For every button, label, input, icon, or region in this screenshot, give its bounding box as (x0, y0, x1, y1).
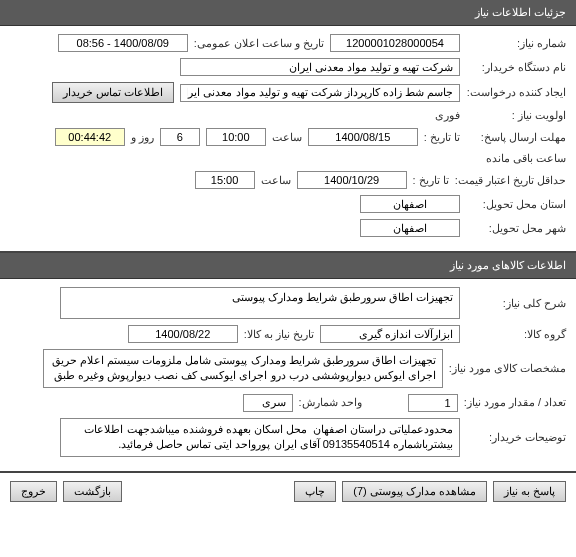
response-deadline-label: مهلت ارسال پاسخ: (466, 131, 566, 144)
need-date-label: تاریخ نیاز به کالا: (244, 328, 314, 341)
buyer-org-field[interactable] (180, 58, 460, 76)
group-field[interactable] (320, 325, 460, 343)
goods-header-title: اطلاعات کالاهای مورد نیاز (450, 259, 566, 271)
goods-info-section: شرح کلی نیاز: گروه کالا: تاریخ نیاز به ک… (0, 279, 576, 473)
to-date-label: تا تاریخ : (424, 131, 460, 144)
need-date-field[interactable] (128, 325, 238, 343)
min-validity-time-field[interactable] (195, 171, 255, 189)
response-date-field[interactable] (308, 128, 418, 146)
desc-field[interactable] (60, 287, 460, 319)
buyer-notes-field[interactable] (60, 418, 460, 457)
min-validity-date-field[interactable] (297, 171, 407, 189)
contact-buyer-button[interactable]: اطلاعات تماس خریدار (52, 82, 174, 103)
panel-header-need-details: جزئیات اطلاعات نیاز (0, 0, 576, 26)
qty-field[interactable] (408, 394, 458, 412)
panel-header-goods-info: اطلاعات کالاهای مورد نیاز (0, 253, 576, 279)
exit-button[interactable]: خروج (10, 481, 57, 502)
need-number-label: شماره نیاز: (466, 37, 566, 50)
header-title: جزئیات اطلاعات نیاز (475, 6, 566, 18)
time-label-1: ساعت (272, 131, 302, 144)
province-label: استان محل تحویل: (466, 198, 566, 211)
button-bar: پاسخ به نیاز مشاهده مدارک پیوستی (7) چاپ… (0, 473, 576, 510)
unit-label: واحد شمارش: (299, 396, 362, 409)
city-field[interactable] (360, 219, 460, 237)
time-label-2: ساعت (261, 174, 291, 187)
unit-field[interactable] (243, 394, 293, 412)
creator-label: ایجاد کننده درخواست: (466, 86, 566, 99)
priority-label: اولویت نیاز : (466, 109, 566, 122)
qty-label: تعداد / مقدار مورد نياز: (464, 396, 566, 409)
days-label: روز و (131, 131, 154, 144)
creator-field[interactable] (180, 84, 460, 102)
min-validity-label: حداقل تاریخ اعتبار قیمت: (455, 174, 566, 187)
spec-label: مشخصات کالای مورد نیاز: (449, 362, 566, 375)
days-remaining-field[interactable] (160, 128, 200, 146)
desc-label: شرح کلی نیاز: (466, 297, 566, 310)
response-time-field[interactable] (206, 128, 266, 146)
respond-button[interactable]: پاسخ به نیاز (493, 481, 566, 502)
countdown-field (55, 128, 125, 146)
province-field[interactable] (360, 195, 460, 213)
attachments-button[interactable]: مشاهده مدارک پیوستی (7) (342, 481, 487, 502)
spec-field[interactable] (43, 349, 443, 388)
buyer-org-label: نام دستگاه خریدار: (466, 61, 566, 74)
city-label: شهر محل تحویل: (466, 222, 566, 235)
need-number-field[interactable] (330, 34, 460, 52)
group-label: گروه کالا: (466, 328, 566, 341)
to-date-label-2: تا تاریخ : (413, 174, 449, 187)
buyer-notes-label: توضیحات خریدار: (466, 431, 566, 444)
priority-value: فوری (435, 109, 460, 122)
announce-date-field[interactable] (58, 34, 188, 52)
back-button[interactable]: بازگشت (63, 481, 122, 502)
announce-date-label: تاریخ و ساعت اعلان عمومی: (194, 37, 324, 50)
print-button[interactable]: چاپ (294, 481, 336, 502)
need-details-section: شماره نیاز: تاریخ و ساعت اعلان عمومی: نا… (0, 26, 576, 253)
remaining-label: ساعت باقی مانده (486, 152, 566, 165)
